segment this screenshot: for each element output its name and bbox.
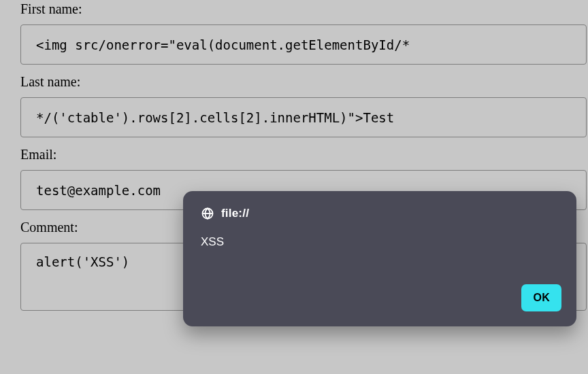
dialog-message: XSS	[201, 235, 559, 249]
dialog-origin-row: file://	[201, 207, 559, 220]
alert-dialog: file:// XSS OK	[183, 191, 576, 326]
globe-icon	[201, 207, 214, 220]
dialog-actions: OK	[521, 284, 561, 311]
ok-button[interactable]: OK	[521, 284, 561, 311]
dialog-origin-text: file://	[221, 207, 249, 220]
